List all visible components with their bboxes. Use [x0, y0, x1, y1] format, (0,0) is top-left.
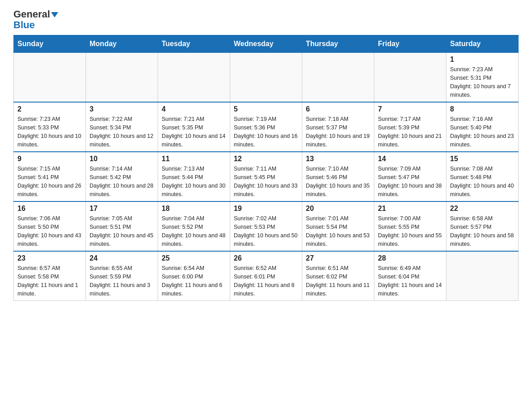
day-info: Sunrise: 7:05 AMSunset: 5:51 PMDaylight:… [90, 214, 154, 248]
day-info: Sunrise: 7:18 AMSunset: 5:37 PMDaylight:… [306, 115, 370, 149]
calendar-cell: 24Sunrise: 6:55 AMSunset: 5:59 PMDayligh… [86, 251, 158, 301]
calendar-day-header-monday: Monday [86, 35, 158, 53]
calendar-cell: 26Sunrise: 6:52 AMSunset: 6:01 PMDayligh… [230, 251, 302, 301]
day-number: 19 [234, 205, 298, 213]
day-number: 25 [162, 254, 226, 262]
day-info: Sunrise: 6:54 AMSunset: 6:00 PMDaylight:… [162, 264, 226, 298]
calendar-cell: 4Sunrise: 7:21 AMSunset: 5:35 PMDaylight… [158, 102, 230, 152]
calendar-day-header-saturday: Saturday [446, 35, 519, 53]
day-info: Sunrise: 7:08 AMSunset: 5:48 PMDaylight:… [450, 165, 515, 198]
day-info: Sunrise: 7:17 AMSunset: 5:39 PMDaylight:… [378, 115, 442, 149]
calendar-cell: 19Sunrise: 7:02 AMSunset: 5:53 PMDayligh… [230, 201, 302, 251]
calendar-cell: 13Sunrise: 7:10 AMSunset: 5:46 PMDayligh… [302, 152, 374, 201]
week-row-2: 2Sunrise: 7:23 AMSunset: 5:33 PMDaylight… [14, 102, 519, 152]
day-info: Sunrise: 7:06 AMSunset: 5:50 PMDaylight:… [17, 214, 82, 248]
day-number: 15 [450, 155, 515, 163]
calendar-header-row: SundayMondayTuesdayWednesdayThursdayFrid… [14, 35, 519, 53]
calendar-cell: 17Sunrise: 7:05 AMSunset: 5:51 PMDayligh… [86, 201, 158, 251]
calendar-cell: 3Sunrise: 7:22 AMSunset: 5:34 PMDaylight… [86, 102, 158, 152]
day-info: Sunrise: 7:02 AMSunset: 5:53 PMDaylight:… [234, 214, 298, 248]
day-info: Sunrise: 7:13 AMSunset: 5:44 PMDaylight:… [162, 165, 226, 198]
calendar-cell [14, 53, 86, 103]
day-info: Sunrise: 7:00 AMSunset: 5:55 PMDaylight:… [378, 214, 442, 248]
calendar-cell: 11Sunrise: 7:13 AMSunset: 5:44 PMDayligh… [158, 152, 230, 201]
calendar-day-header-tuesday: Tuesday [158, 35, 230, 53]
day-number: 26 [234, 254, 298, 262]
calendar-day-header-friday: Friday [374, 35, 446, 53]
day-number: 10 [90, 155, 154, 163]
day-info: Sunrise: 7:16 AMSunset: 5:40 PMDaylight:… [450, 115, 515, 149]
week-row-3: 9Sunrise: 7:15 AMSunset: 5:41 PMDaylight… [14, 152, 519, 201]
day-info: Sunrise: 7:04 AMSunset: 5:52 PMDaylight:… [162, 214, 226, 248]
day-number: 5 [234, 105, 298, 113]
day-number: 27 [306, 254, 370, 262]
calendar-cell: 1Sunrise: 7:23 AMSunset: 5:31 PMDaylight… [446, 53, 519, 103]
calendar-cell: 15Sunrise: 7:08 AMSunset: 5:48 PMDayligh… [446, 152, 519, 201]
day-number: 11 [162, 155, 226, 163]
day-info: Sunrise: 7:14 AMSunset: 5:42 PMDaylight:… [90, 165, 154, 198]
calendar-table: SundayMondayTuesdayWednesdayThursdayFrid… [13, 35, 519, 301]
calendar-cell: 22Sunrise: 6:58 AMSunset: 5:57 PMDayligh… [446, 201, 519, 251]
day-info: Sunrise: 6:55 AMSunset: 5:59 PMDaylight:… [90, 264, 154, 298]
calendar-cell: 20Sunrise: 7:01 AMSunset: 5:54 PMDayligh… [302, 201, 374, 251]
day-number: 13 [306, 155, 370, 163]
logo-triangle-icon [51, 12, 58, 17]
day-number: 6 [306, 105, 370, 113]
calendar-cell [158, 53, 230, 103]
logo-general-text: General [13, 9, 58, 20]
calendar-day-header-thursday: Thursday [302, 35, 374, 53]
day-number: 7 [378, 105, 442, 113]
logo-blue-text: Blue [13, 20, 58, 30]
calendar-day-header-wednesday: Wednesday [230, 35, 302, 53]
day-info: Sunrise: 7:23 AMSunset: 5:33 PMDaylight:… [17, 115, 82, 149]
calendar-cell [446, 251, 519, 301]
calendar-cell: 7Sunrise: 7:17 AMSunset: 5:39 PMDaylight… [374, 102, 446, 152]
day-number: 17 [90, 205, 154, 213]
day-number: 2 [17, 105, 82, 113]
calendar-cell: 10Sunrise: 7:14 AMSunset: 5:42 PMDayligh… [86, 152, 158, 201]
day-info: Sunrise: 7:01 AMSunset: 5:54 PMDaylight:… [306, 214, 370, 248]
calendar-cell [374, 53, 446, 103]
day-number: 4 [162, 105, 226, 113]
calendar-cell: 27Sunrise: 6:51 AMSunset: 6:02 PMDayligh… [302, 251, 374, 301]
calendar-cell [230, 53, 302, 103]
calendar-cell: 2Sunrise: 7:23 AMSunset: 5:33 PMDaylight… [14, 102, 86, 152]
calendar-cell: 28Sunrise: 6:49 AMSunset: 6:04 PMDayligh… [374, 251, 446, 301]
day-info: Sunrise: 6:57 AMSunset: 5:58 PMDaylight:… [17, 264, 82, 298]
logo: General Blue [13, 9, 58, 30]
day-info: Sunrise: 6:58 AMSunset: 5:57 PMDaylight:… [450, 214, 515, 248]
calendar-cell: 14Sunrise: 7:09 AMSunset: 5:47 PMDayligh… [374, 152, 446, 201]
day-number: 12 [234, 155, 298, 163]
calendar-cell [302, 53, 374, 103]
day-number: 23 [17, 254, 82, 262]
day-number: 16 [17, 205, 82, 213]
calendar-cell: 16Sunrise: 7:06 AMSunset: 5:50 PMDayligh… [14, 201, 86, 251]
day-info: Sunrise: 6:51 AMSunset: 6:02 PMDaylight:… [306, 264, 370, 298]
day-info: Sunrise: 6:49 AMSunset: 6:04 PMDaylight:… [378, 264, 442, 298]
day-info: Sunrise: 7:10 AMSunset: 5:46 PMDaylight:… [306, 165, 370, 198]
day-number: 24 [90, 254, 154, 262]
day-number: 3 [90, 105, 154, 113]
calendar-cell: 21Sunrise: 7:00 AMSunset: 5:55 PMDayligh… [374, 201, 446, 251]
day-number: 21 [378, 205, 442, 213]
day-info: Sunrise: 7:23 AMSunset: 5:31 PMDaylight:… [450, 65, 515, 99]
calendar-day-header-sunday: Sunday [14, 35, 86, 53]
week-row-4: 16Sunrise: 7:06 AMSunset: 5:50 PMDayligh… [14, 201, 519, 251]
week-row-5: 23Sunrise: 6:57 AMSunset: 5:58 PMDayligh… [14, 251, 519, 301]
day-info: Sunrise: 6:52 AMSunset: 6:01 PMDaylight:… [234, 264, 298, 298]
week-row-1: 1Sunrise: 7:23 AMSunset: 5:31 PMDaylight… [14, 53, 519, 103]
calendar-cell: 6Sunrise: 7:18 AMSunset: 5:37 PMDaylight… [302, 102, 374, 152]
day-number: 8 [450, 105, 515, 113]
day-info: Sunrise: 7:19 AMSunset: 5:36 PMDaylight:… [234, 115, 298, 149]
day-number: 1 [450, 56, 515, 64]
day-info: Sunrise: 7:21 AMSunset: 5:35 PMDaylight:… [162, 115, 226, 149]
day-number: 22 [450, 205, 515, 213]
calendar-cell: 12Sunrise: 7:11 AMSunset: 5:45 PMDayligh… [230, 152, 302, 201]
calendar-cell: 18Sunrise: 7:04 AMSunset: 5:52 PMDayligh… [158, 201, 230, 251]
calendar-cell [86, 53, 158, 103]
calendar-cell: 23Sunrise: 6:57 AMSunset: 5:58 PMDayligh… [14, 251, 86, 301]
calendar-cell: 25Sunrise: 6:54 AMSunset: 6:00 PMDayligh… [158, 251, 230, 301]
day-number: 18 [162, 205, 226, 213]
day-info: Sunrise: 7:11 AMSunset: 5:45 PMDaylight:… [234, 165, 298, 198]
day-info: Sunrise: 7:22 AMSunset: 5:34 PMDaylight:… [90, 115, 154, 149]
